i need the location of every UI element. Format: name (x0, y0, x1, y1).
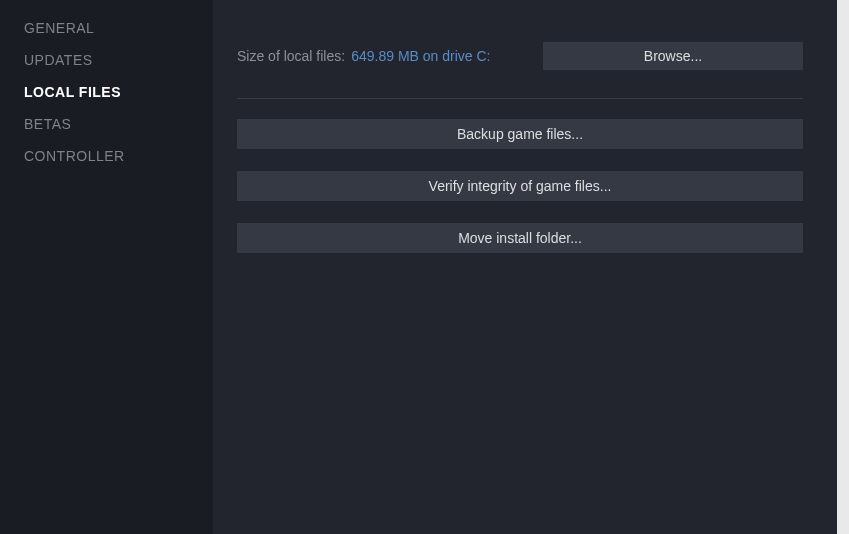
divider (237, 98, 803, 99)
size-row: Size of local files: 649.89 MB on drive … (237, 42, 803, 70)
sidebar-item-local-files[interactable]: LOCAL FILES (24, 76, 213, 108)
size-label: Size of local files: (237, 48, 345, 64)
verify-integrity-button[interactable]: Verify integrity of game files... (237, 171, 803, 201)
sidebar: GENERAL UPDATES LOCAL FILES BETAS CONTRO… (0, 0, 213, 534)
right-edge (837, 0, 849, 534)
sidebar-item-betas[interactable]: BETAS (24, 108, 213, 140)
move-install-folder-button[interactable]: Move install folder... (237, 223, 803, 253)
sidebar-item-controller[interactable]: CONTROLLER (24, 140, 213, 172)
size-value: 649.89 MB on drive C: (351, 48, 537, 64)
main-panel: Size of local files: 649.89 MB on drive … (213, 0, 837, 534)
browse-button[interactable]: Browse... (543, 42, 803, 70)
backup-game-files-button[interactable]: Backup game files... (237, 119, 803, 149)
sidebar-item-general[interactable]: GENERAL (24, 12, 213, 44)
sidebar-item-updates[interactable]: UPDATES (24, 44, 213, 76)
